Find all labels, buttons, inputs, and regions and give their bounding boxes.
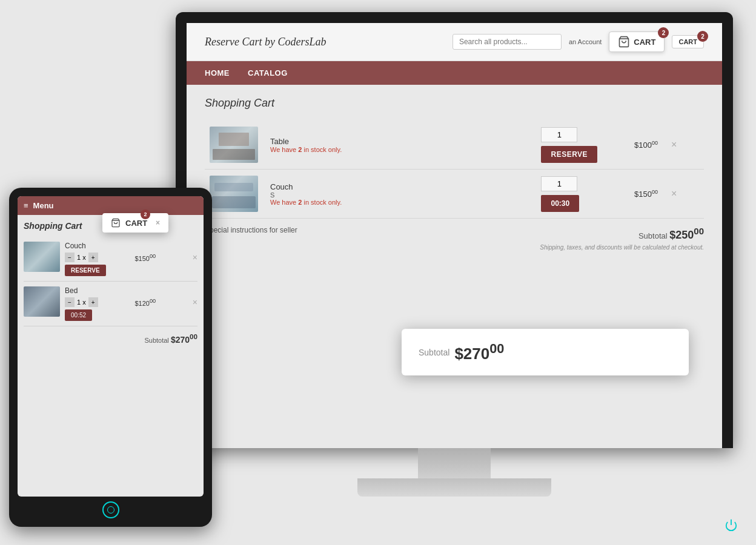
qty-increase-couch[interactable]: + bbox=[88, 253, 98, 262]
menu-icon: ≡ bbox=[24, 201, 28, 210]
qty-value-bed: 1 x bbox=[77, 299, 86, 306]
tablet-item-bottom-bed: − 1 x + $12000 × bbox=[65, 297, 197, 307]
tablet-frame: ≡ Menu CART 2 × Shopping Cart bbox=[9, 188, 212, 527]
tablet-header: ≡ Menu bbox=[18, 196, 204, 215]
tablet-product-image-couch bbox=[24, 242, 60, 272]
timer-button-couch[interactable]: 00:30 bbox=[541, 195, 579, 212]
tablet-item-details-couch: Couch − 1 x + $15000 × R bbox=[65, 242, 197, 276]
qty-input-couch[interactable] bbox=[541, 176, 577, 191]
tablet-popup-close[interactable]: × bbox=[156, 219, 160, 227]
qty-decrease-couch[interactable]: − bbox=[65, 253, 75, 262]
tablet-qty-controls-bed: − 1 x + bbox=[65, 297, 98, 307]
tablet-content: Shopping Cart Couch − 1 x + bbox=[18, 215, 204, 351]
menu-label: Menu bbox=[33, 201, 54, 210]
page-title: Shopping Cart bbox=[205, 97, 704, 110]
tablet-cart-label: CART bbox=[125, 219, 147, 228]
price-table: $10000 bbox=[602, 121, 663, 170]
create-account-link: an Account bbox=[569, 38, 602, 45]
site-logo: Reserve Cart by CodersLab bbox=[205, 36, 326, 48]
site-nav: HOME CATALOG bbox=[187, 61, 722, 85]
monitor-stand-neck bbox=[418, 448, 491, 478]
tablet-qty-controls-couch: − 1 x + bbox=[65, 253, 98, 262]
tablet-cart-popup[interactable]: CART 2 × bbox=[102, 213, 168, 233]
tablet-timer-bed[interactable]: 00:52 bbox=[65, 309, 92, 321]
power-icon-desktop bbox=[724, 518, 738, 534]
cart-badge-small: 2 bbox=[697, 31, 708, 42]
tablet-cart-item-couch: Couch − 1 x + $15000 × R bbox=[24, 237, 197, 282]
tablet-remove-couch[interactable]: × bbox=[193, 253, 197, 262]
tablet-device: ≡ Menu CART 2 × Shopping Cart bbox=[9, 188, 212, 527]
tablet-reserve-couch[interactable]: RESERVE bbox=[65, 265, 106, 276]
cart-icon-tablet bbox=[111, 218, 121, 228]
tablet-cart-item-bed: Bed − 1 x + $12000 × 00: bbox=[24, 282, 197, 326]
subtotal-section: Subtotal $25000 Shipping, taxes, and dis… bbox=[540, 226, 704, 251]
subtotal-amount: $25000 bbox=[669, 229, 704, 241]
cart-label-desktop: CART bbox=[634, 38, 655, 47]
qty-decrease-bed[interactable]: − bbox=[65, 297, 75, 307]
tablet-item-details-bed: Bed − 1 x + $12000 × 00: bbox=[65, 286, 197, 321]
tablet-subtotal-amount: $27000 bbox=[171, 335, 197, 345]
stock-warning-couch: We have 2 in stock only. bbox=[270, 199, 410, 206]
tablet-screen: ≡ Menu CART 2 × Shopping Cart bbox=[18, 196, 204, 497]
cart-icon bbox=[618, 36, 630, 48]
tablet-home-button[interactable] bbox=[102, 501, 119, 518]
cart-label-small: CART bbox=[678, 38, 697, 45]
subtotal-popup-amount: $27000 bbox=[454, 341, 504, 363]
subtotal-popup-highlight: Subtotal $27000 bbox=[402, 329, 689, 375]
nav-home[interactable]: HOME bbox=[205, 61, 230, 85]
qty-increase-bed[interactable]: + bbox=[88, 297, 98, 307]
tablet-remove-bed[interactable]: × bbox=[193, 297, 197, 307]
remove-couch[interactable]: × bbox=[668, 188, 680, 199]
reserve-button-table[interactable]: RESERVE bbox=[541, 146, 597, 163]
tablet-product-name-bed: Bed bbox=[65, 286, 197, 295]
table-row: Table We have 2 in stock only. RESERVE bbox=[205, 121, 704, 170]
product-variant-couch: S bbox=[270, 191, 410, 199]
header-right: an Account CART 2 CART bbox=[453, 31, 704, 52]
cart-button-small[interactable]: CART 2 bbox=[672, 35, 704, 48]
tablet-cart-badge: 2 bbox=[141, 210, 150, 219]
monitor-frame: Reserve Cart by CodersLab an Account CAR… bbox=[176, 12, 733, 448]
cart-button-desktop[interactable]: CART 2 bbox=[609, 31, 665, 52]
search-input[interactable] bbox=[453, 34, 562, 50]
price-couch: $15000 bbox=[602, 170, 663, 219]
cart-table: Table We have 2 in stock only. RESERVE bbox=[205, 121, 704, 219]
qty-input-table[interactable] bbox=[541, 127, 577, 142]
stock-warning-table: We have 2 in stock only. bbox=[270, 146, 410, 153]
product-name-table: Table bbox=[270, 137, 410, 146]
desktop-monitor: Reserve Cart by CodersLab an Account CAR… bbox=[176, 12, 733, 484]
qty-value-couch: 1 x bbox=[77, 254, 86, 261]
site-header: Reserve Cart by CodersLab an Account CAR… bbox=[187, 23, 722, 61]
monitor-stand-base bbox=[357, 478, 551, 497]
table-row: Couch S We have 2 in stock only. 00:30 bbox=[205, 170, 704, 219]
subtotal-popup-label: Subtotal bbox=[419, 348, 449, 357]
tablet-subtotal: Subtotal $27000 bbox=[24, 332, 197, 345]
content-area: Shopping Cart Table bbox=[187, 85, 722, 263]
tablet-price-couch: $15000 bbox=[134, 253, 156, 262]
shipping-note: Shipping, taxes, and discounts will be c… bbox=[540, 244, 704, 251]
tablet-item-bottom-couch: − 1 x + $15000 × bbox=[65, 253, 197, 262]
remove-table[interactable]: × bbox=[668, 139, 680, 150]
monitor-screen: Reserve Cart by CodersLab an Account CAR… bbox=[187, 23, 722, 448]
product-image-couch bbox=[210, 176, 258, 212]
subtotal-line: Subtotal $25000 bbox=[540, 226, 704, 242]
tablet-product-name-couch: Couch bbox=[65, 242, 197, 250]
cart-footer: Special instructions for seller Subtotal… bbox=[205, 226, 704, 251]
special-instructions-label: Special instructions for seller bbox=[205, 226, 297, 234]
tablet-subtotal-label: Subtotal bbox=[144, 337, 168, 344]
tablet-product-image-bed bbox=[24, 286, 60, 317]
cart-badge-desktop: 2 bbox=[658, 27, 669, 38]
product-image-table bbox=[210, 127, 258, 163]
nav-catalog[interactable]: CATALOG bbox=[248, 61, 288, 85]
tablet-price-bed: $12000 bbox=[134, 298, 156, 307]
product-name-couch: Couch bbox=[270, 182, 410, 191]
